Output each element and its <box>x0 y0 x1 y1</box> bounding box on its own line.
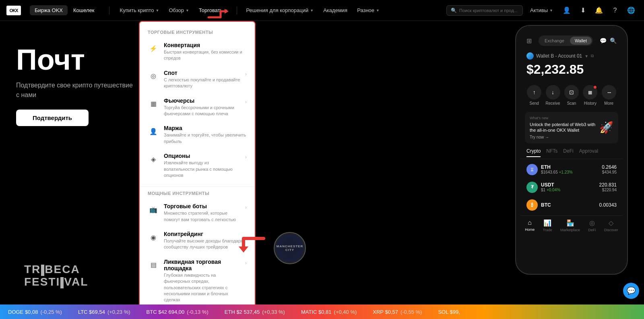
red-arrow-bottom <box>231 230 272 256</box>
wallet-info: Wallet B - Account 01 ▼ ⧉ $2,232.85 <box>521 49 622 82</box>
btc-icon: ₿ <box>526 199 538 211</box>
copy-icon: ◉ <box>148 232 159 243</box>
hero-button[interactable]: Подтвердить <box>16 110 89 126</box>
convert-title: Конвертация <box>164 42 247 48</box>
nav-item-academy[interactable]: Академия <box>319 5 351 16</box>
chat-bubble[interactable]: 💬 <box>623 283 639 299</box>
wallet-name: Wallet B - Account 01 <box>536 53 582 59</box>
spot-desc: С легкостью покупайте и продавайте крипт… <box>164 77 240 89</box>
history-button[interactable]: ▦ History <box>583 85 597 106</box>
rocket-icon: 🚀 <box>599 121 613 134</box>
profile-icon[interactable]: 👤 <box>560 4 573 17</box>
eth-name: ETH <box>541 164 599 170</box>
crypto-tab-nfts[interactable]: NFTs <box>546 148 557 157</box>
convert-icon: ⚡ <box>148 43 159 54</box>
nav-right: 🔍 Поиск криптовалют и прод... Активы ▼ 👤… <box>446 4 638 17</box>
chevron-down-icon: ▼ <box>584 54 588 58</box>
help-icon[interactable]: ? <box>609 4 621 17</box>
nav-item-misc[interactable]: Разное ▼ <box>353 5 384 16</box>
send-icon: ↑ <box>527 85 541 99</box>
search-placeholder: Поиск криптовалют и прод... <box>459 8 518 13</box>
phone-nav-trade[interactable]: 📊 Trade <box>543 219 552 232</box>
crypto-tab-crypto[interactable]: Crypto <box>526 148 541 157</box>
hero-section: Почт Подтвердите свое крипто путешествие… <box>16 45 137 126</box>
tribeca-text: TRBECAFESTIVAL <box>24 263 88 288</box>
search-icon: 🔍 <box>451 8 457 13</box>
main-content: Почт Подтвердите свое крипто путешествие… <box>0 21 644 304</box>
nav-item-overview[interactable]: Обзор ▼ <box>165 5 193 16</box>
eth-amount: 0.2646 $434.95 <box>602 164 617 174</box>
wallet-balance: $2,232.85 <box>526 62 617 77</box>
usdt-amount: 220.831 $220.94 <box>599 182 617 192</box>
phone-tab-wallet[interactable]: Wallet <box>570 37 592 45</box>
crypto-tab-defi[interactable]: DeFi <box>563 148 573 157</box>
globe-icon[interactable]: 🌐 <box>625 4 638 17</box>
caret-icon: ▼ <box>156 8 159 12</box>
dropdown-item-spot[interactable]: ◎ Спот С легкостью покупайте и продавайт… <box>140 66 255 93</box>
dropdown-item-convert[interactable]: ⚡ Конвертация Быстрая конвертация, без к… <box>140 38 255 66</box>
phone-nav-defi[interactable]: ◎ DeFi <box>588 219 596 232</box>
message-icon[interactable]: 💬 <box>600 37 607 44</box>
more-button[interactable]: ··· More <box>602 85 616 106</box>
nav-item-corp[interactable]: Решения для корпораций ▼ <box>242 5 318 16</box>
bell-icon[interactable]: 🔔 <box>592 4 605 17</box>
nav-tab-exchange[interactable]: Биржа OKX <box>30 5 68 15</box>
ticker-sol: SOL $99, <box>438 309 460 315</box>
phone-nav-home[interactable]: ⌂ Home <box>525 219 535 232</box>
liquid-desc: Глубокая ликвидность на фьючерсных спред… <box>164 272 240 303</box>
home-icon: ⌂ <box>528 219 532 226</box>
nav-item-buy[interactable]: Купить крипто ▼ <box>116 5 163 16</box>
search-icon[interactable]: 🔍 <box>610 37 617 44</box>
eth-price: $1643.65 +1.23% <box>541 170 599 174</box>
nav-tab-wallet[interactable]: Кошелек <box>68 5 99 15</box>
okx-logo[interactable]: OKX <box>6 6 23 15</box>
search-box[interactable]: 🔍 Поиск криптовалют и прод... <box>446 5 523 16</box>
whats-new-banner[interactable]: What's new Unlock the potential of Web3 … <box>525 112 618 143</box>
dropdown-item-bots[interactable]: 📺 Торговые боты Множество стратегий, кот… <box>140 199 255 227</box>
defi-label: DeFi <box>588 228 596 232</box>
crypto-item-eth[interactable]: Ξ ETH $1643.65 +1.23% 0.2646 $434.95 <box>521 161 622 178</box>
tribeca-logo: TRBECAFESTIVAL <box>24 263 88 288</box>
nav-divider <box>109 6 109 14</box>
btc-amount: 0.00343 <box>599 202 617 208</box>
phone-tabs: Exchange Wallet <box>539 35 593 46</box>
send-button[interactable]: ↑ Send <box>527 85 541 106</box>
liquid-title: Ликвидная торговая площадка <box>164 259 240 271</box>
futures-title: Фьючерсы <box>164 97 240 104</box>
dropdown-item-liquid[interactable]: ▤ Ликвидная торговая площадка Глубокая л… <box>140 255 255 304</box>
nav-items: Купить крипто ▼ Обзор ▼ Торговать ▼ Реше… <box>116 5 384 16</box>
scan-label: Scan <box>567 101 576 106</box>
svg-marker-1 <box>239 246 248 253</box>
copy-icon[interactable]: ⧉ <box>591 54 594 58</box>
download-icon[interactable]: ⬇ <box>576 4 589 17</box>
arrow-icon: › <box>245 71 247 77</box>
dropdown-item-futures[interactable]: ▦ Фьючерсы Торгуйа бессрочными и срочным… <box>140 93 255 121</box>
usdt-price: $1 +0.04% <box>541 188 596 192</box>
usdt-name: USDT <box>541 182 596 188</box>
futures-desc: Торгуйа бессрочными и срочными фьючерсам… <box>164 105 240 117</box>
section1-label: Торговые инструменты <box>140 30 255 38</box>
receive-button[interactable]: ↓ Receive <box>546 85 560 106</box>
phone-tab-exchange[interactable]: Exchange <box>540 37 569 45</box>
phone-nav-discover[interactable]: ◇ Discover <box>604 219 618 232</box>
usdt-icon: ₮ <box>526 182 538 193</box>
caret-icon: ▼ <box>310 8 314 12</box>
caret-icon: ▼ <box>376 8 380 12</box>
phone-nav-marketplace[interactable]: 🏪 Marketplace <box>560 219 580 232</box>
phone-inner: ⊞ Exchange Wallet 💬 🔍 Wallet B - Account… <box>521 31 622 269</box>
whats-new-title: Unlock the potential of Web3 with the al… <box>530 122 596 133</box>
margin-icon: 👤 <box>148 126 159 137</box>
ticker-ltc: LTC $69,54 (+0,23 %) <box>78 309 130 315</box>
dropdown-item-options[interactable]: ◈ Опционы Извлекайте выгоду из волатильн… <box>140 149 255 182</box>
scan-button[interactable]: ⊡ Scan <box>564 85 579 106</box>
try-now-link[interactable]: Try now → <box>530 135 596 139</box>
dropdown-item-margin[interactable]: 👤 Маржа Занимайте и торгуйте, чтобы увел… <box>140 121 255 149</box>
grid-icon[interactable]: ⊞ <box>526 37 532 45</box>
assets-button[interactable]: Активы ▼ <box>526 5 557 15</box>
crypto-item-btc[interactable]: ₿ BTC 0.00343 <box>521 196 622 214</box>
crypto-item-usdt[interactable]: ₮ USDT $1 +0.04% 220.831 $220.94 <box>521 178 622 196</box>
logo-icon: OKX <box>6 6 21 15</box>
trade-icon: 📊 <box>543 219 551 227</box>
crypto-tab-approval[interactable]: Approval <box>579 148 598 157</box>
home-label: Home <box>525 228 535 232</box>
